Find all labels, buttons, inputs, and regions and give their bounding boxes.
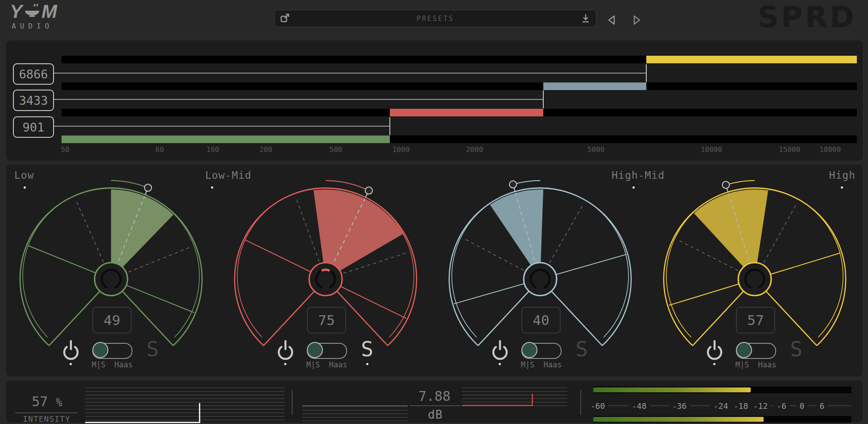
ms-haas-toggle[interactable] [307, 343, 347, 359]
footer-divider-2 [580, 390, 581, 415]
axis-tick-label: 500 [330, 145, 343, 154]
band-value-box[interactable]: 75 [307, 307, 346, 333]
needle-stub [514, 188, 515, 192]
spectrum-band-low-mid [390, 109, 543, 116]
crossover-frequency-box[interactable]: 3433 [13, 90, 54, 111]
band-power-button[interactable] [490, 339, 510, 362]
ms-label: M|S [92, 360, 106, 369]
axis-tick-label: 1000 [393, 145, 410, 154]
ms-label: M|S [521, 360, 535, 369]
band-value-box[interactable]: 49 [92, 307, 132, 333]
dial-knob[interactable] [524, 263, 557, 296]
sprd-product-logo: SPRD [757, 0, 856, 34]
band-power-button[interactable] [276, 339, 295, 362]
meter-scale-label: -24 [711, 401, 732, 411]
haas-label: Haas [758, 360, 777, 369]
band-solo-button[interactable]: S [361, 339, 373, 359]
toggle-knob[interactable] [521, 342, 537, 358]
toggle-knob[interactable] [736, 342, 752, 358]
range-limit-marker [764, 203, 797, 263]
band-power-button[interactable] [61, 339, 81, 362]
intensity-slider-fill [85, 422, 199, 423]
needle-handle[interactable] [722, 181, 729, 189]
save-preset-icon[interactable] [581, 13, 591, 23]
crossover-frequency-box[interactable]: 6866 [13, 63, 54, 85]
crossover-handle[interactable] [389, 117, 390, 135]
spectrum-band-high [646, 56, 857, 63]
frequency-band-display[interactable]: 6866343390150601002005001000200050001000… [5, 40, 864, 161]
dial-knob[interactable] [738, 263, 771, 296]
band-indicator-dot [211, 186, 213, 189]
band-solo-button[interactable]: S [790, 339, 802, 359]
output-meter-left [593, 387, 851, 393]
sprd-plugin-window: Y M AUDIO PRESETS SPRD 68663433901506010… [0, 0, 868, 424]
needle-handle[interactable] [145, 184, 152, 191]
axis-tick-label: 200 [260, 145, 273, 154]
crossover-line [50, 73, 646, 74]
output-meter-right [593, 416, 851, 423]
needle-outer-curve [513, 181, 540, 185]
bowl-icon [23, 4, 41, 21]
ms-haas-toggle[interactable] [92, 343, 132, 359]
needle-handle[interactable] [509, 181, 517, 188]
footer-divider-1 [292, 390, 293, 415]
dial-knob[interactable] [309, 263, 342, 296]
presets-label: PRESETS [275, 15, 596, 23]
axis-tick-label: 50 [61, 145, 69, 154]
toggle-knob[interactable] [307, 342, 323, 358]
range-limit-marker [75, 199, 103, 262]
presets-bar[interactable]: PRESETS [274, 10, 596, 27]
spectrum-band-high-mid [543, 82, 646, 90]
ms-haas-toggle[interactable] [736, 343, 776, 359]
dial-knob[interactable] [95, 263, 128, 296]
needle-stub [365, 194, 367, 198]
band-solo-button[interactable]: S [146, 339, 159, 359]
power-active-dot [70, 363, 72, 365]
axis-tick-label: 5000 [587, 145, 605, 154]
intensity-divider [15, 412, 78, 413]
meter-scale-label: -36 [669, 401, 690, 411]
crossover-handle[interactable] [543, 91, 544, 108]
band-value-box[interactable]: 40 [521, 307, 561, 333]
meter-scale-label: -6 [773, 401, 789, 411]
gain-slider-negative[interactable] [302, 405, 408, 424]
crossover-frequency-box[interactable]: 901 [13, 116, 54, 138]
ms-label: M|S [736, 360, 749, 369]
axis-tick-label: 15000 [779, 145, 800, 154]
power-active-dot [284, 363, 286, 365]
previous-preset-button[interactable] [606, 14, 618, 26]
band-dials-panel: Low49M|SHaasSLow-Mid75M|SHaasSHigh-Mid40… [5, 164, 864, 377]
power-active-dot [713, 363, 715, 365]
footer-controls-panel: 57 % INTENSITY 7.88 dB -60-48-36-24-18-1… [5, 380, 864, 423]
band-solo-button[interactable]: S [575, 339, 588, 359]
logo-text-y: Y [10, 3, 23, 21]
needle-handle[interactable] [365, 187, 372, 194]
intensity-slider-handle[interactable] [199, 403, 200, 423]
knob-solo-arc [322, 270, 330, 271]
toggle-knob[interactable] [92, 342, 108, 358]
meter-scale-label: -60 [587, 401, 608, 411]
spectrum-row-track [62, 82, 857, 90]
haas-label: Haas [329, 360, 347, 369]
gain-slider-positive[interactable] [462, 387, 567, 406]
ms-haas-toggle[interactable] [521, 343, 562, 359]
range-limit-marker [463, 238, 524, 270]
power-active-dot [499, 363, 501, 365]
gain-slider-handle[interactable] [532, 394, 533, 406]
crossover-line [50, 126, 390, 127]
crossover-line [50, 99, 543, 100]
band-power-button[interactable] [705, 339, 724, 362]
next-preset-button[interactable] [630, 14, 643, 26]
intensity-slider[interactable] [85, 387, 285, 423]
axis-tick-label: 18000 [819, 145, 841, 154]
spectrum-band-low [62, 136, 390, 143]
gain-divider [409, 405, 461, 406]
logo-audio-text: AUDIO [12, 22, 58, 30]
meter-scale-label: 0 [797, 401, 808, 411]
axis-tick-label: 2000 [466, 145, 484, 154]
axis-tick-label: 60 [155, 145, 164, 154]
solo-active-dot [366, 363, 368, 365]
crossover-handle[interactable] [646, 64, 647, 82]
band-value-box[interactable]: 57 [736, 307, 775, 333]
intensity-value: 57 % [19, 394, 75, 409]
